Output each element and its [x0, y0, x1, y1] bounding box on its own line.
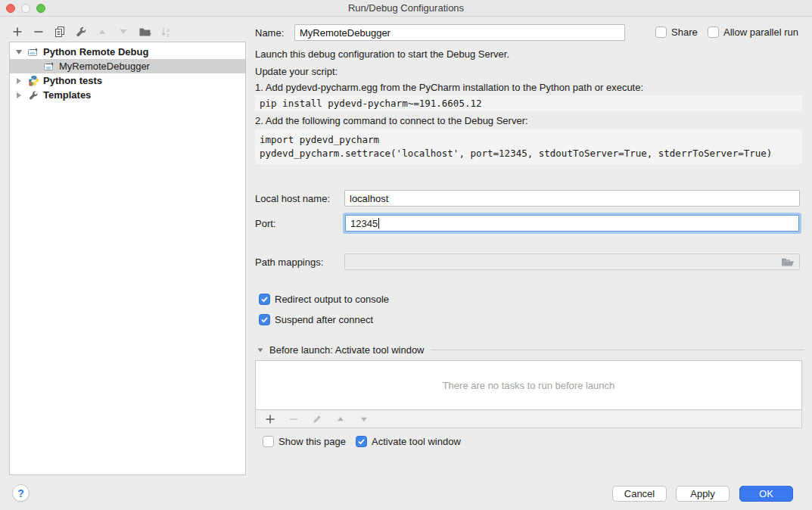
settrace-code-line1: import pydevd_pycharm [260, 133, 798, 147]
new-folder-icon[interactable] [138, 25, 151, 39]
allow-parallel-run-label: Allow parallel run [723, 26, 798, 38]
name-input[interactable] [294, 24, 625, 41]
show-this-page-label: Show this page [278, 436, 346, 447]
suspend-after-connect-checkbox[interactable] [259, 314, 270, 325]
name-label: Name: [255, 27, 284, 39]
configurations-toolbar: az [11, 23, 173, 40]
python-tests-icon [27, 75, 39, 87]
path-mappings-label: Path mappings: [255, 257, 323, 268]
before-launch-toolbar [255, 410, 802, 428]
tree-item-label: Python Remote Debug [43, 46, 148, 58]
activate-tool-window-label: Activate tool window [372, 436, 461, 447]
step2-text: 2. Add the following command to connect … [255, 115, 528, 126]
port-label: Port: [255, 218, 275, 229]
path-mappings-field[interactable] [344, 253, 800, 270]
copy-configuration-icon[interactable] [53, 25, 67, 39]
zoom-window-button[interactable] [36, 4, 45, 13]
separator-line [431, 350, 804, 350]
remove-task-icon [287, 412, 300, 426]
move-task-up-icon [334, 412, 347, 426]
activate-tool-window-checkbox[interactable] [356, 436, 367, 447]
chevron-down-icon[interactable] [16, 50, 22, 54]
apply-button[interactable]: Apply [676, 486, 730, 502]
collapse-triangle-icon[interactable] [258, 348, 263, 352]
titlebar: Run/Debug Configurations [0, 0, 812, 17]
remote-debug-icon [43, 61, 55, 73]
chevron-right-icon[interactable] [17, 78, 21, 84]
before-launch-header[interactable]: Before launch: Activate tool window [257, 344, 804, 356]
browse-folder-icon[interactable] [781, 255, 795, 269]
share-label: Share [671, 26, 698, 38]
move-up-icon [95, 25, 109, 39]
allow-parallel-run-checkbox[interactable] [708, 26, 719, 38]
local-host-input[interactable] [344, 190, 800, 207]
remove-configuration-icon[interactable] [32, 25, 45, 39]
before-launch-task-list[interactable]: There are no tasks to run before launch [255, 360, 802, 410]
port-value: 12345 [350, 218, 378, 229]
pip-install-code: pip install pydevd-pycharm~=191.6605.12 [255, 95, 802, 111]
allow-parallel-run-checkbox-row[interactable]: Allow parallel run [708, 26, 798, 38]
redirect-output-checkbox[interactable] [259, 294, 270, 305]
show-this-page-checkbox-row[interactable]: Show this page [263, 436, 346, 447]
suspend-after-connect-label: Suspend after connect [275, 314, 373, 325]
activate-tool-window-checkbox-row[interactable]: Activate tool window [356, 436, 461, 447]
tree-item-label: MyRemoteDebugger [59, 61, 150, 72]
tree-item-templates[interactable]: Templates [10, 88, 245, 102]
sort-alphabetically-icon: az [159, 25, 173, 39]
tree-item-label: Templates [43, 89, 91, 101]
redirect-output-checkbox-row[interactable]: Redirect output to console [259, 294, 389, 305]
suspend-after-connect-checkbox-row[interactable]: Suspend after connect [259, 314, 373, 325]
ok-button[interactable]: OK [739, 486, 793, 502]
tree-item-python-tests[interactable]: Python tests [10, 73, 245, 88]
share-checkbox[interactable] [655, 26, 667, 38]
close-window-button[interactable] [6, 4, 15, 13]
add-task-icon[interactable] [263, 412, 277, 426]
svg-text:a: a [166, 27, 170, 33]
step1-text: 1. Add pydevd-pycharm.egg from the PyCha… [255, 82, 643, 93]
configurations-tree: Python Remote Debug MyRemoteDebugger Pyt… [9, 42, 246, 475]
templates-wrench-icon [27, 89, 39, 101]
move-down-icon [117, 25, 130, 39]
remote-debug-icon [27, 46, 39, 58]
chevron-right-icon[interactable] [17, 92, 21, 98]
edit-templates-icon[interactable] [74, 25, 88, 39]
tree-item-python-remote-debug[interactable]: Python Remote Debug [10, 45, 245, 59]
redirect-output-label: Redirect output to console [275, 294, 389, 305]
edit-task-pencil-icon [310, 412, 324, 426]
cancel-button[interactable]: Cancel [612, 486, 667, 502]
tree-item-myremotedebugger[interactable]: MyRemoteDebugger [10, 59, 245, 73]
text-caret [378, 218, 379, 229]
move-task-down-icon [357, 412, 371, 426]
intro-text: Launch this debug configuration to start… [255, 48, 509, 60]
tree-item-label: Python tests [43, 75, 102, 86]
svg-text:z: z [166, 33, 170, 38]
share-checkbox-row[interactable]: Share [655, 26, 698, 38]
window-title: Run/Debug Configurations [348, 2, 464, 14]
minimize-window-button[interactable] [21, 4, 30, 13]
window-controls [6, 4, 45, 13]
before-launch-title: Before launch: Activate tool window [269, 344, 425, 356]
run-debug-configurations-dialog: Run/Debug Configurations az [0, 0, 812, 510]
add-configuration-icon[interactable] [11, 25, 24, 39]
local-host-label: Local host name: [255, 193, 330, 204]
help-button[interactable]: ? [12, 484, 30, 502]
port-input[interactable]: 12345 [345, 215, 799, 232]
show-this-page-checkbox[interactable] [263, 436, 274, 447]
settrace-code: import pydevd_pycharm pydevd_pycharm.set… [255, 129, 802, 164]
update-script-text: Update your script: [255, 66, 338, 77]
empty-tasks-text: There are no tasks to run before launch [443, 380, 615, 391]
settrace-code-line2: pydevd_pycharm.settrace('localhost', por… [260, 147, 798, 160]
